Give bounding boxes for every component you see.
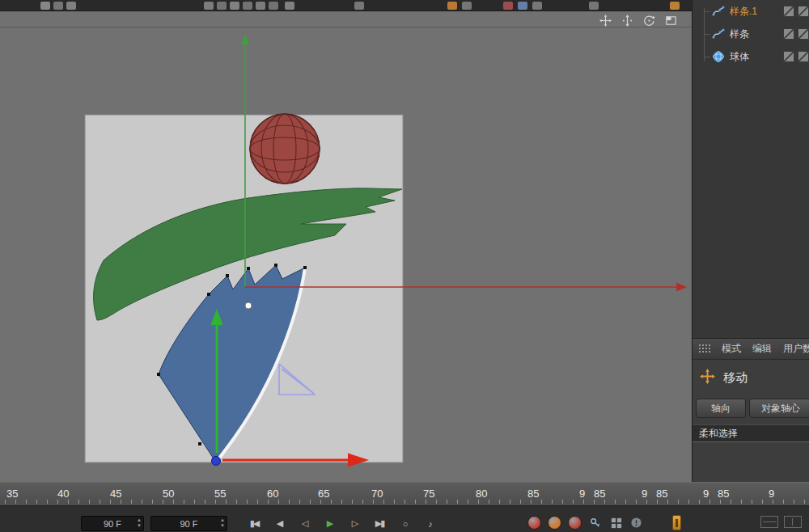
frame-end-field[interactable]: 90 F ▲▼ <box>150 516 227 531</box>
ruler-label: 80 <box>476 488 487 500</box>
tool-option-buttons: 轴向 对象轴心 <box>696 399 809 418</box>
attribute-tabs: 模式 编辑 用户数据 <box>693 339 809 360</box>
ruler-label: 65 <box>318 488 329 500</box>
ruler-label: 55 <box>214 488 226 500</box>
tab-edit[interactable]: 编辑 <box>752 342 772 356</box>
soft-selection-section[interactable]: 柔和选择 <box>693 424 809 442</box>
toolbar-icon[interactable] <box>670 2 680 10</box>
record-controls <box>527 516 582 530</box>
ruler-label: 85 <box>594 488 605 500</box>
ruler-label: 9 <box>769 488 774 500</box>
record-range-icon[interactable] <box>672 515 681 530</box>
tag-icon[interactable] <box>783 51 794 62</box>
timeline-ruler[interactable]: 35404550556065707580859859859859 <box>0 482 809 506</box>
top-toolbar <box>0 0 809 11</box>
toolbar-icon[interactable] <box>532 2 542 10</box>
toolbar-icon[interactable] <box>217 2 227 10</box>
object-axis-button[interactable]: 对象轴心 <box>749 399 809 418</box>
object-row-spline[interactable]: 样条 <box>693 23 809 45</box>
rotate-icon[interactable] <box>642 14 655 27</box>
toolbar-icon[interactable] <box>269 2 278 10</box>
toolbar-icon[interactable] <box>53 2 63 10</box>
mode-grid-icon[interactable] <box>699 342 710 357</box>
object-label: 样条 <box>730 27 749 41</box>
sphere-icon <box>712 50 725 63</box>
sound-toggle-button[interactable]: ♪ <box>421 516 438 531</box>
frame-start-field[interactable]: 90 F ▲▼ <box>81 516 144 531</box>
ruler-label: 60 <box>267 488 278 500</box>
axis-button[interactable]: 轴向 <box>696 399 746 418</box>
sphere-object[interactable] <box>250 114 320 184</box>
dolly-icon[interactable] <box>621 14 633 27</box>
move-tool-icon <box>700 369 715 387</box>
toolbar-icon[interactable] <box>243 2 252 10</box>
play-button[interactable]: ▶ <box>320 516 338 531</box>
tab-mode[interactable]: 模式 <box>722 342 741 356</box>
toolbar-icon[interactable] <box>66 2 76 10</box>
spinner-icon[interactable]: ▲▼ <box>220 517 225 529</box>
selected-point-white[interactable] <box>245 302 252 309</box>
tag-icon[interactable] <box>798 51 809 62</box>
object-row-sphere[interactable]: 球体 <box>693 45 809 68</box>
pan-icon[interactable] <box>599 14 612 27</box>
ruler-label: 35 <box>6 488 18 500</box>
right-panel: 样条.1 样条 球体 <box>692 0 809 482</box>
viewport[interactable] <box>0 11 692 482</box>
toggle-view-icon[interactable] <box>664 14 677 27</box>
ruler-label: 45 <box>110 488 121 500</box>
selected-point[interactable] <box>212 457 221 466</box>
spinner-icon[interactable]: ▲▼ <box>137 517 142 529</box>
layout-split-icon[interactable] <box>760 516 778 528</box>
toolbar-icon[interactable] <box>503 2 513 10</box>
object-row-spline-1[interactable]: 样条.1 <box>693 0 809 23</box>
spline-icon <box>712 5 725 18</box>
ruler-label: 40 <box>57 488 69 500</box>
layout-panel-icon[interactable] <box>784 516 802 528</box>
frame-start-value: 90 F <box>104 519 121 529</box>
frame-end-value: 90 F <box>180 519 197 529</box>
goto-start-button[interactable]: ▮◀ <box>245 516 263 531</box>
loop-mode-button[interactable]: ○ <box>396 516 413 531</box>
tag-icon[interactable] <box>798 28 809 40</box>
attribute-manager: 模式 编辑 用户数据 移动 轴向 对象轴心 柔和选择 <box>693 338 809 482</box>
record-options-button[interactable] <box>568 516 582 530</box>
ruler-label: 9 <box>703 488 709 500</box>
tag-icon[interactable] <box>783 28 794 40</box>
toolbar-icon[interactable] <box>462 2 472 10</box>
viewport-divider <box>0 27 692 27</box>
ruler-label: 75 <box>423 488 434 500</box>
spline-icon <box>712 27 725 40</box>
record-keyframe-button[interactable] <box>527 516 541 530</box>
toolbar-icon[interactable] <box>230 2 239 10</box>
keyframe-selection-icon[interactable] <box>609 516 623 530</box>
toolbar-icon[interactable] <box>354 2 364 10</box>
toolbar-icon[interactable] <box>204 2 214 10</box>
toolbar-icon[interactable] <box>256 2 265 10</box>
set-key-icon[interactable] <box>589 516 603 530</box>
tab-userdata[interactable]: 用户数据 <box>783 342 809 356</box>
object-label: 球体 <box>730 50 749 64</box>
object-label: 样条.1 <box>730 5 757 19</box>
toolbar-icon[interactable] <box>589 2 599 10</box>
viewport-nav <box>599 14 677 27</box>
prev-key-button[interactable]: ◀ <box>270 516 288 531</box>
object-tags <box>783 6 809 17</box>
key-options-icon[interactable] <box>629 516 643 530</box>
ruler-label: 85 <box>656 488 667 500</box>
toolbar-icon[interactable] <box>40 2 50 10</box>
object-tags <box>783 51 809 62</box>
transport-controls: ▮◀◀◁▶▷▶▮○♪ <box>245 516 438 531</box>
toolbar-icon[interactable] <box>285 2 294 10</box>
active-tool-label: 移动 <box>723 370 748 386</box>
toolbar-icon[interactable] <box>447 2 457 10</box>
autokey-button[interactable] <box>548 516 561 530</box>
next-frame-button[interactable]: ▷ <box>345 516 363 531</box>
ruler-label: 50 <box>163 488 174 500</box>
ruler-label: 70 <box>371 488 383 500</box>
viewport-scene <box>0 11 692 482</box>
toolbar-icon[interactable] <box>518 2 527 10</box>
tag-icon[interactable] <box>783 6 794 17</box>
prev-frame-button[interactable]: ◁ <box>295 516 313 531</box>
goto-end-button[interactable]: ▶▮ <box>371 516 388 531</box>
tag-icon[interactable] <box>798 6 809 17</box>
